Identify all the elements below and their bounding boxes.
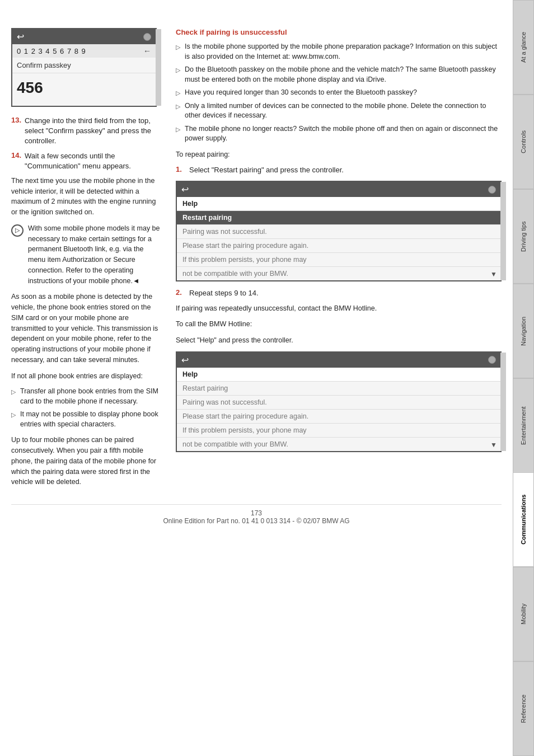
- menu1-dot-icon: [488, 186, 496, 194]
- main-content: ↩ 0 1 2 3 4 5 6 7 8 9 ← Confirm passkey …: [0, 0, 513, 536]
- hotline-para-1: If pairing was repeatedly unsuccessful, …: [176, 303, 502, 314]
- menu2-msg3: If this problem persists, your phone may: [177, 424, 500, 438]
- menu1-msg2: Please start the pairing procedure again…: [177, 239, 500, 253]
- bullet-right-2-text: Have you required longer than 30 seconds…: [185, 88, 417, 98]
- menu2-side-strip: [500, 353, 506, 451]
- menu1-msg1: Pairing was not successful.: [177, 225, 500, 239]
- right-column: Check if pairing is unsuccessful ▷ Is th…: [176, 28, 502, 493]
- idrive-menu-1-title-bar: ↩: [177, 182, 500, 197]
- idrive-title-bar: ↩: [12, 29, 156, 44]
- idrive-menu-2-title-bar: ↩: [177, 353, 500, 368]
- step-14-num: 14.: [11, 151, 21, 171]
- bullet-list-right: ▷ Is the mobile phone supported by the m…: [176, 42, 502, 144]
- bullet-right-arrow-4: ▷: [176, 125, 180, 144]
- menu1-msg3: If this problem persists, your phone may: [177, 253, 500, 267]
- step-13-num: 13.: [11, 116, 21, 147]
- menu1-help: Help: [177, 197, 500, 211]
- bullet-left-0: ▷ Transfer all phone book entries from t…: [11, 387, 162, 406]
- sidebar-tab-communications[interactable]: Communications: [513, 472, 534, 567]
- repeat-label: To repeat pairing:: [176, 149, 502, 160]
- sidebar-tab-entertainment[interactable]: Entertainment: [513, 378, 534, 473]
- sidebar-tab-mobility[interactable]: Mobility: [513, 567, 534, 661]
- bullet-right-0: ▷ Is the mobile phone supported by the m…: [176, 42, 502, 62]
- idrive-number-row: 0 1 2 3 4 5 6 7 8 9 ←: [12, 44, 156, 58]
- sidebar-tab-at-a-glance[interactable]: At a glance: [513, 0, 534, 95]
- idrive-menu-1: ↩ Help Restart pairing Pairing was not s…: [176, 181, 502, 281]
- bullet-right-arrow-0: ▷: [176, 43, 180, 62]
- menu2-msg4: not be compatible with your BMW. ▼: [177, 438, 500, 451]
- bullet-left-1-text: It may not be possible to display phone …: [20, 410, 162, 429]
- bullet-right-4-text: The mobile phone no longer reacts? Switc…: [185, 124, 502, 144]
- menu1-restart[interactable]: Restart pairing: [177, 211, 500, 225]
- page-number: 173: [11, 509, 502, 517]
- scroll-down-icon-2: ▼: [490, 441, 497, 449]
- bullet-arrow-0: ▷: [11, 388, 16, 406]
- footer: 173 Online Edition for Part no. 01 41 0 …: [11, 504, 502, 525]
- bullet-right-arrow-1: ▷: [176, 66, 180, 84]
- dot-icon: [143, 33, 151, 41]
- menu1-side-strip: [500, 182, 506, 280]
- menu2-msg2: Please start the pairing procedure again…: [177, 410, 500, 424]
- menu1-msg4: not be compatible with your BMW. ▼: [177, 267, 500, 280]
- step-13: 13. Change into the third field from the…: [11, 116, 162, 147]
- menu2-restart: Restart pairing: [177, 382, 500, 396]
- bullet-left-0-text: Transfer all phone book entries from the…: [20, 387, 162, 406]
- bullet-right-2: ▷ Have you required longer than 30 secon…: [176, 88, 502, 98]
- idrive-numbers: 0 1 2 3 4 5 6 7 8 9: [17, 47, 86, 55]
- menu1-back-icon: ↩: [181, 184, 189, 195]
- idrive-passkey: 456: [12, 73, 156, 106]
- bullet-list-left: ▷ Transfer all phone book entries from t…: [11, 387, 162, 429]
- bullet-right-arrow-3: ▷: [176, 102, 180, 121]
- hotline-para-3: Select "Help" and press the controller.: [176, 335, 502, 346]
- step-14-text: Wait a few seconds until the "Communicat…: [25, 151, 162, 171]
- sidebar-tabs: At a glance Controls Driving tips Naviga…: [513, 0, 534, 756]
- section-heading: Check if pairing is unsuccessful: [176, 28, 502, 36]
- idrive-side-strip: [156, 29, 161, 106]
- left-column: ↩ 0 1 2 3 4 5 6 7 8 9 ← Confirm passkey …: [11, 28, 162, 493]
- repeat-step-2-num: 2.: [176, 288, 186, 298]
- bullet-left-1: ▷ It may not be possible to display phon…: [11, 410, 162, 429]
- note-text: With some mobile phone models it may be …: [28, 223, 162, 287]
- menu2-msg1: Pairing was not successful.: [177, 396, 500, 410]
- bullet-right-3: ▷ Only a limited number of devices can b…: [176, 101, 502, 121]
- sidebar-tab-reference[interactable]: Reference: [513, 661, 534, 756]
- bullet-arrow-1: ▷: [11, 411, 16, 429]
- hotline-para-2: To call the BMW Hotline:: [176, 319, 502, 330]
- sidebar-tab-controls[interactable]: Controls: [513, 95, 534, 189]
- repeat-step-2-text: Repeat steps 9 to 14.: [189, 288, 502, 298]
- step-14: 14. Wait a few seconds until the "Commun…: [11, 151, 162, 171]
- note-box: ▷ With some mobile phone models it may b…: [11, 223, 162, 287]
- bullet-right-1-text: Do the Bluetooth passkey on the mobile p…: [185, 65, 502, 84]
- note-icon: ▷: [11, 224, 24, 237]
- sidebar-tab-driving-tips[interactable]: Driving tips: [513, 189, 534, 284]
- repeat-step-1-num: 1.: [176, 165, 186, 175]
- repeat-step-1: 1. Select "Restart pairing" and press th…: [176, 165, 502, 175]
- idrive-menu-2: ↩ Help Restart pairing Pairing was not s…: [176, 351, 502, 452]
- bullet-right-0-text: Is the mobile phone supported by the mob…: [185, 42, 502, 62]
- idrive-label-row: Confirm passkey: [12, 58, 156, 73]
- menu2-help: Help: [177, 368, 500, 382]
- sidebar-tab-navigation[interactable]: Navigation: [513, 284, 534, 378]
- scroll-down-icon-1: ▼: [490, 270, 497, 278]
- para-3: If not all phone book entries are displa…: [11, 371, 162, 382]
- menu2-dot-icon: [488, 356, 496, 364]
- repeat-step-2: 2. Repeat steps 9 to 14.: [176, 288, 502, 298]
- copyright-text: Online Edition for Part no. 01 41 0 013 …: [11, 517, 502, 525]
- bullet-right-1: ▷ Do the Bluetooth passkey on the mobile…: [176, 65, 502, 84]
- bullet-right-4: ▷ The mobile phone no longer reacts? Swi…: [176, 124, 502, 144]
- para-4: Up to four mobile phones can be paired c…: [11, 435, 162, 487]
- bullet-right-arrow-2: ▷: [176, 89, 180, 98]
- bullet-right-3-text: Only a limited number of devices can be …: [185, 101, 502, 121]
- backspace-icon: ←: [143, 46, 151, 55]
- step-13-text: Change into the third field from the top…: [25, 116, 162, 147]
- idrive-screen: ↩ 0 1 2 3 4 5 6 7 8 9 ← Confirm passkey …: [11, 28, 157, 107]
- menu2-back-icon: ↩: [181, 355, 189, 365]
- repeat-step-1-text: Select "Restart pairing" and press the c…: [189, 165, 502, 175]
- para-2: As soon as a mobile phone is detected by…: [11, 292, 162, 365]
- para-1: The next time you use the mobile phone i…: [11, 176, 162, 218]
- back-icon: ↩: [17, 31, 24, 42]
